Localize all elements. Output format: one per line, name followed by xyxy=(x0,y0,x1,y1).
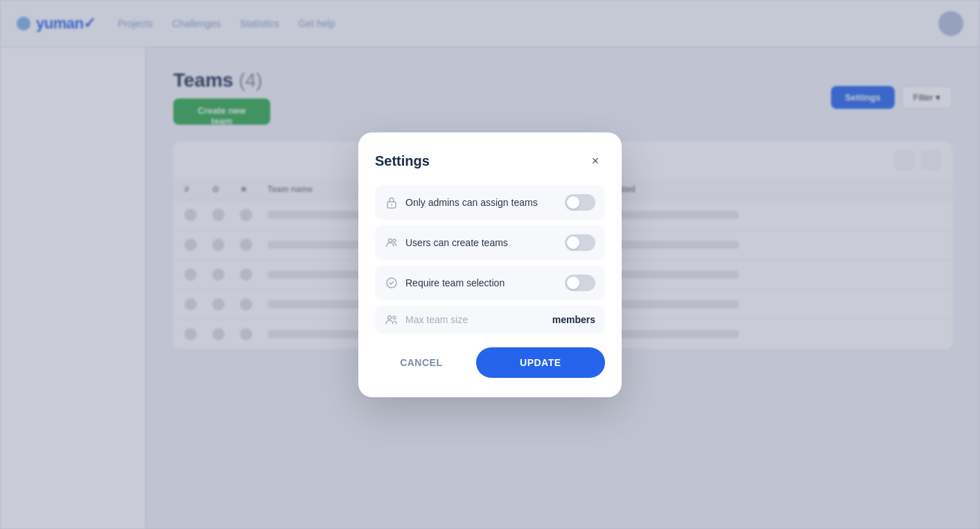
toggle-admins[interactable] xyxy=(565,194,595,211)
cancel-button[interactable]: CANCEL xyxy=(375,347,468,378)
svg-point-1 xyxy=(391,204,392,205)
modal-footer: CANCEL UPDATE xyxy=(375,347,605,378)
svg-point-3 xyxy=(393,239,396,242)
close-icon: × xyxy=(592,154,600,168)
toggle-require-slider xyxy=(565,275,595,291)
toggle-require[interactable] xyxy=(565,275,595,291)
team-size-input[interactable] xyxy=(405,314,496,325)
setting-row-require-left: Require team selection xyxy=(385,276,505,290)
setting-row-require: Require team selection xyxy=(375,266,605,300)
modal-title: Settings xyxy=(375,153,430,169)
setting-row-admins-left: Only admins can assign teams xyxy=(385,196,538,209)
svg-point-5 xyxy=(388,315,392,319)
setting-label-users: Users can create teams xyxy=(405,237,508,248)
person-group-icon xyxy=(385,313,399,327)
setting-label-require: Require team selection xyxy=(405,277,505,288)
setting-row-users: Users can create teams xyxy=(375,225,605,260)
toggle-users-slider xyxy=(565,234,595,251)
setting-row-users-left: Users can create teams xyxy=(385,236,508,250)
team-size-left xyxy=(385,313,496,327)
svg-point-2 xyxy=(389,239,392,242)
check-circle-icon xyxy=(385,276,399,290)
svg-point-6 xyxy=(393,316,396,319)
setting-row-admins: Only admins can assign teams xyxy=(375,185,605,220)
setting-label-admins: Only admins can assign teams xyxy=(405,197,538,208)
toggle-admins-slider xyxy=(565,194,595,211)
modal-close-button[interactable]: × xyxy=(586,152,605,171)
members-label: members xyxy=(552,314,595,325)
users-icon xyxy=(385,236,399,250)
toggle-users[interactable] xyxy=(565,234,595,251)
update-button[interactable]: UPDATE xyxy=(476,347,605,378)
lock-icon xyxy=(385,196,399,209)
settings-modal: Settings × Only admins can assign teams xyxy=(358,132,622,397)
team-size-row: members xyxy=(375,306,605,333)
modal-header: Settings × xyxy=(375,152,605,171)
